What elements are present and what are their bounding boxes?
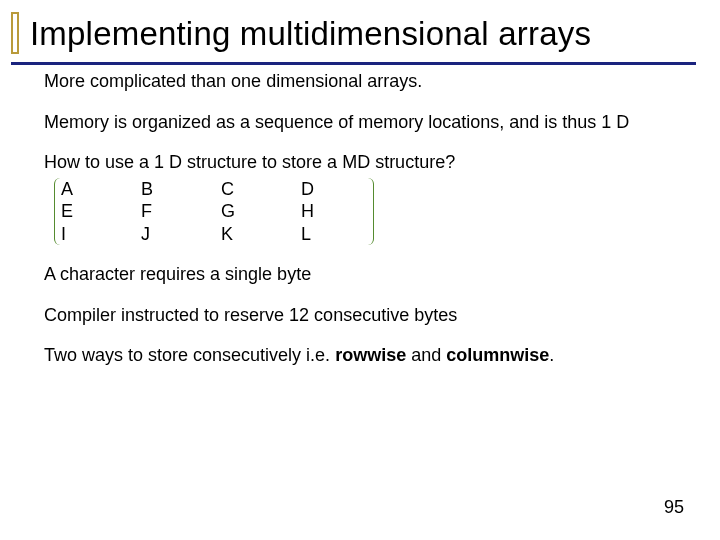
grid-row: I J K L — [61, 223, 367, 246]
paragraph: Two ways to store consecutively i.e. row… — [44, 344, 679, 367]
grid-cell: D — [301, 178, 381, 201]
grid-cell: I — [61, 223, 141, 246]
grid-cell: H — [301, 200, 381, 223]
page-number: 95 — [664, 497, 684, 518]
emphasis-rowwise: rowwise — [335, 345, 406, 365]
paragraph: Memory is organized as a sequence of mem… — [44, 111, 679, 134]
paragraph: More complicated than one dimensional ar… — [44, 70, 679, 93]
grid-cell: F — [141, 200, 221, 223]
slide-content: More complicated than one dimensional ar… — [44, 70, 679, 385]
grid-cell: A — [61, 178, 141, 201]
grid-cell: G — [221, 200, 301, 223]
paragraph: How to use a 1 D structure to store a MD… — [44, 151, 679, 174]
text-fragment: . — [549, 345, 554, 365]
grid-cell: B — [141, 178, 221, 201]
grid-cell: K — [221, 223, 301, 246]
grid-cell: J — [141, 223, 221, 246]
grid-cell: L — [301, 223, 381, 246]
grid-cell: E — [61, 200, 141, 223]
character-grid: A B C D E F G H I J K L — [54, 178, 374, 246]
paragraph: Compiler instructed to reserve 12 consec… — [44, 304, 679, 327]
emphasis-columnwise: columnwise — [446, 345, 549, 365]
grid-cell: C — [221, 178, 301, 201]
grid-row: E F G H — [61, 200, 367, 223]
text-fragment: Two ways to store consecutively i.e. — [44, 345, 335, 365]
title-underline — [11, 62, 696, 65]
grid-row: A B C D — [61, 178, 367, 201]
title-accent-box — [11, 12, 19, 54]
slide-title: Implementing multidimensional arrays — [30, 15, 591, 53]
paragraph: A character requires a single byte — [44, 263, 679, 286]
text-fragment: and — [406, 345, 446, 365]
